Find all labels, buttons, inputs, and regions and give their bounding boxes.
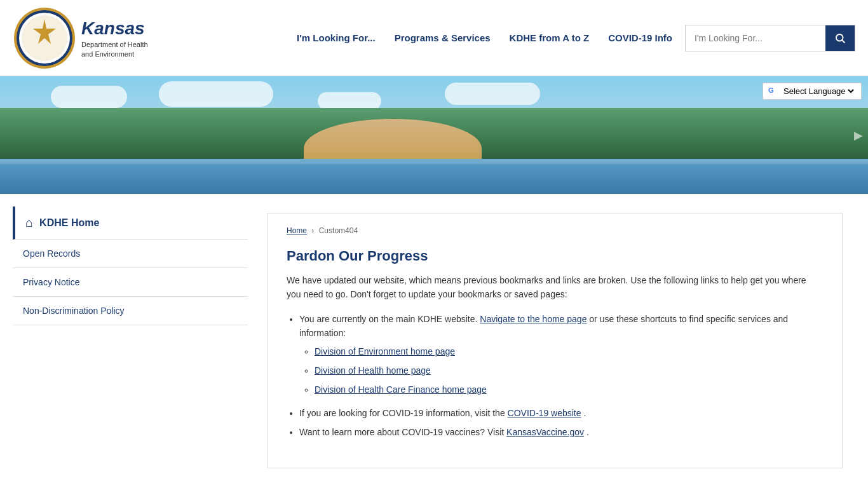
content-area: Home › Custom404 Pardon Our Progress We … (254, 207, 855, 475)
nav-covid19-info[interactable]: COVID-19 Info (608, 32, 672, 43)
svg-point-6 (836, 34, 843, 41)
water-glare (0, 159, 868, 164)
main-container: ⌂ KDHE Home Open Records Privacy Notice … (0, 194, 868, 487)
cloud-1 (51, 86, 127, 108)
breadcrumb-current: Custom404 (319, 226, 358, 235)
nav-programs-services[interactable]: Programs & Services (395, 32, 491, 43)
logo-area: Kansas Department of Healthand Environme… (13, 6, 148, 70)
language-select[interactable]: Select Language Spanish French German (781, 86, 856, 97)
sidebar-home-label: KDHE Home (39, 217, 99, 229)
bullet2-after: . (583, 408, 586, 418)
sub-item-environment: Division of Environment home page (315, 344, 823, 358)
search-button[interactable] (825, 25, 855, 51)
sidebar-item-open-records[interactable]: Open Records (13, 240, 248, 268)
sidebar-home-item[interactable]: ⌂ KDHE Home (13, 207, 248, 240)
sidebar: ⌂ KDHE Home Open Records Privacy Notice … (13, 207, 248, 475)
sidebar-item-non-discrimination[interactable]: Non-Discrimination Policy (13, 297, 248, 325)
language-selector[interactable]: G Select Language Spanish French German (763, 83, 862, 100)
google-translate-icon: G (768, 86, 778, 97)
home-icon: ⌂ (25, 215, 33, 230)
logo-text: Kansas Department of Healthand Environme… (81, 17, 148, 58)
cloud-3 (318, 92, 381, 110)
bullet1-text: You are currently on the main KDHE websi… (299, 314, 477, 324)
sub-list: Division of Environment home page Divisi… (315, 344, 823, 397)
bullet3-after: . (587, 427, 589, 437)
search-input[interactable] (686, 28, 825, 48)
logo-kansas: Kansas (81, 17, 148, 40)
cloud-4 (445, 83, 540, 105)
content-intro: We have updated our website, which means… (287, 273, 823, 302)
main-list: You are currently on the main KDHE websi… (299, 312, 823, 440)
nav-looking-for[interactable]: I'm Looking For... (297, 32, 376, 43)
env-home-link[interactable]: Division of Environment home page (315, 346, 455, 356)
breadcrumb: Home › Custom404 (287, 226, 823, 235)
list-item-vaccine: Want to learn more about COVID-19 vaccin… (299, 425, 823, 439)
hcf-home-link[interactable]: Division of Health Care Finance home pag… (315, 384, 487, 395)
water (0, 159, 868, 194)
hero-image: ▶ G Select Language Spanish French Germa… (0, 76, 868, 194)
svg-line-7 (842, 40, 844, 43)
nav-kdhe-a-to-z[interactable]: KDHE from A to Z (510, 32, 590, 43)
breadcrumb-home-link[interactable]: Home (287, 226, 307, 235)
search-area (685, 25, 855, 51)
main-nav: I'm Looking For... Programs & Services K… (297, 32, 672, 43)
scroll-indicator: ▶ (854, 128, 863, 142)
covid-website-link[interactable]: COVID-19 website (508, 408, 581, 418)
list-item-covid: If you are looking for COVID-19 informat… (299, 406, 823, 420)
search-icon (834, 32, 846, 44)
breadcrumb-separator: › (311, 226, 314, 235)
logo-dept: Department of Healthand Environment (81, 40, 148, 58)
bullet3-text: Want to learn more about COVID-19 vaccin… (299, 427, 504, 437)
bullet2-text: If you are looking for COVID-19 informat… (299, 408, 505, 418)
list-item-1: You are currently on the main KDHE websi… (299, 312, 823, 397)
content-box: Home › Custom404 Pardon Our Progress We … (267, 213, 843, 468)
page-title: Pardon Our Progress (287, 248, 823, 264)
kansas-vaccine-link[interactable]: KansasVaccine.gov (506, 427, 584, 437)
hero-landscape: ▶ (0, 76, 868, 194)
site-header: Kansas Department of Healthand Environme… (0, 0, 868, 76)
navigate-home-link[interactable]: Navigate to the home page (480, 314, 587, 324)
logo-seal (13, 6, 76, 70)
cloud-2 (159, 81, 273, 107)
sidebar-item-privacy-notice[interactable]: Privacy Notice (13, 268, 248, 297)
sub-item-health: Division of Health home page (315, 363, 823, 377)
health-home-link[interactable]: Division of Health home page (315, 365, 431, 376)
sub-item-healthcare-finance: Division of Health Care Finance home pag… (315, 383, 823, 396)
